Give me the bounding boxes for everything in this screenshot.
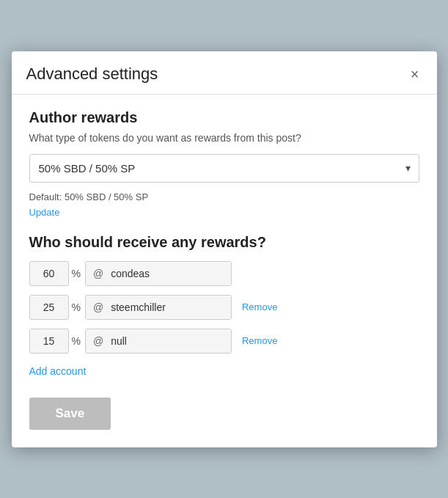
pct-symbol-2: % (72, 301, 81, 313)
dialog-body: Author rewards What type of tokens do yo… (12, 95, 437, 447)
at-symbol-2: @ (86, 296, 109, 319)
update-link[interactable]: Update (29, 207, 60, 218)
username-input-wrapper-1: @ (85, 261, 232, 286)
footer: Save (29, 398, 419, 430)
username-input-1[interactable] (109, 262, 231, 285)
dialog-title: Advanced settings (26, 65, 158, 84)
close-button[interactable]: × (408, 67, 422, 81)
reward-type-select[interactable]: 50% SBD / 50% SP 100% Steem Power Declin… (29, 154, 419, 183)
add-account-link[interactable]: Add account (29, 365, 87, 377)
pct-symbol-1: % (72, 268, 81, 279)
remove-button-2[interactable]: Remove (242, 301, 277, 312)
pct-input-3[interactable] (29, 329, 69, 354)
at-symbol-1: @ (86, 262, 109, 285)
advanced-settings-dialog: Advanced settings × Author rewards What … (12, 51, 437, 447)
username-input-2[interactable] (109, 296, 231, 319)
beneficiary-row-3: % @ Remove (29, 329, 419, 354)
beneficiary-row-1: % @ (29, 261, 419, 286)
remove-button-3[interactable]: Remove (242, 335, 277, 346)
reward-type-select-wrapper: 50% SBD / 50% SP 100% Steem Power Declin… (29, 154, 419, 183)
username-input-3[interactable] (109, 329, 231, 353)
pct-input-1[interactable] (29, 261, 69, 286)
author-rewards-title: Author rewards (29, 109, 419, 126)
save-button[interactable]: Save (29, 398, 111, 430)
dialog-header: Advanced settings × (12, 51, 437, 95)
at-symbol-3: @ (86, 329, 109, 353)
pct-input-2[interactable] (29, 295, 69, 320)
username-input-wrapper-3: @ (85, 329, 232, 354)
beneficiary-row-2: % @ Remove (29, 295, 419, 320)
pct-symbol-3: % (72, 335, 81, 347)
username-input-wrapper-2: @ (85, 295, 232, 320)
default-reward-text: Default: 50% SBD / 50% SP (29, 191, 419, 202)
author-rewards-description: What type of tokens do you want as rewar… (29, 132, 419, 144)
beneficiaries-title: Who should receive any rewards? (29, 234, 419, 251)
